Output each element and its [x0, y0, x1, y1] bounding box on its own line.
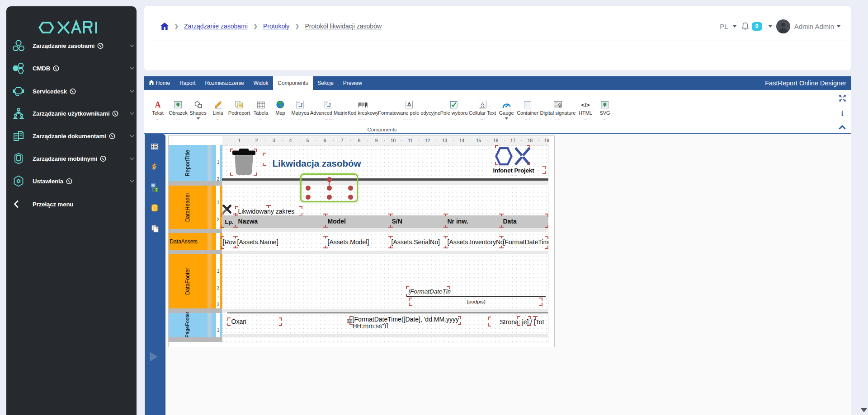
svg-text:A: A: [408, 101, 411, 106]
svg-text:A: A: [481, 102, 484, 106]
